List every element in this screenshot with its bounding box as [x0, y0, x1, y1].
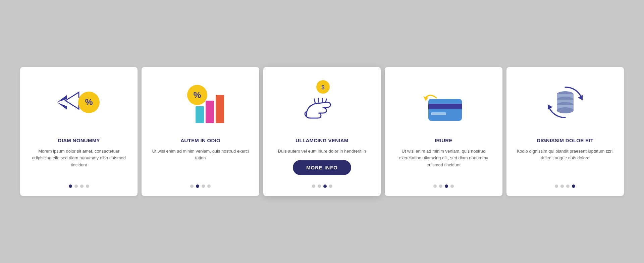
card-3-dots	[312, 185, 332, 188]
svg-rect-8	[206, 101, 214, 123]
dot	[80, 185, 84, 188]
card-2: % AUTEM IN ODIO Ut wisi enim ad minim ve…	[142, 67, 259, 196]
card-2-dots	[190, 185, 211, 188]
dot	[202, 185, 205, 188]
svg-text:%: %	[85, 97, 93, 107]
dot	[433, 185, 437, 188]
svg-rect-7	[196, 106, 204, 123]
dot	[86, 185, 89, 188]
card-icon-4	[418, 77, 469, 131]
card-3-title: ULLAMCING VENIAM	[296, 138, 348, 143]
dot	[560, 185, 564, 188]
dot	[318, 185, 321, 188]
card-1: % DIAM NONUMMY Morem ipsum dolor sit ame…	[20, 67, 138, 196]
dot	[439, 185, 442, 188]
svg-line-14	[318, 98, 319, 103]
svg-marker-20	[423, 96, 428, 101]
cards-container: % DIAM NONUMMY Morem ipsum dolor sit ame…	[20, 67, 624, 196]
dot	[329, 185, 332, 188]
card-icon-3: $	[297, 77, 347, 131]
card-4: IRIURE Ut wisi enim ad minim veniam, qui…	[385, 67, 502, 196]
card-icon-2: %	[175, 77, 226, 131]
dot	[450, 185, 454, 188]
svg-rect-17	[428, 99, 462, 121]
dot	[566, 185, 570, 188]
svg-point-29	[557, 107, 574, 113]
card-1-text: Morem ipsum dolor sit amet, consectetuer…	[28, 148, 129, 178]
card-3-text: Duis autem vel eum iriure dolor in hendr…	[278, 148, 366, 155]
card-5: DIGNISSIM DOLOE EIT Kodio dignissim qui …	[506, 67, 624, 196]
dot	[196, 185, 199, 188]
svg-line-13	[314, 99, 315, 104]
dot	[207, 185, 211, 188]
svg-rect-18	[428, 104, 462, 109]
card-2-text: Ut wisi enim ad minim veniam, quis nostr…	[150, 148, 251, 178]
card-3: $ ULLAMCING VENIAM Duis autem vel eum ir…	[263, 67, 381, 196]
card-5-dots	[555, 185, 575, 188]
card-2-title: AUTEM IN ODIO	[180, 138, 220, 143]
svg-text:$: $	[322, 85, 325, 90]
dot	[69, 185, 72, 188]
dot	[190, 185, 194, 188]
svg-text:%: %	[193, 90, 201, 100]
svg-rect-19	[431, 112, 446, 115]
card-5-title: DIGNISSIM DOLOE EIT	[537, 138, 593, 143]
card-4-text: Ut wisi enim ad minim veniam, quis nostr…	[393, 148, 494, 178]
card-icon-1: %	[55, 77, 102, 131]
card-1-dots	[69, 185, 89, 188]
card-4-title: IRIURE	[435, 138, 452, 143]
svg-marker-1	[57, 95, 67, 110]
card-5-text: Kodio dignissim qui blandit praesent lup…	[515, 148, 616, 178]
dot	[323, 185, 327, 188]
dot	[555, 185, 558, 188]
card-4-dots	[433, 185, 454, 188]
svg-rect-9	[216, 95, 224, 123]
card-1-title: DIAM NONUMMY	[58, 138, 100, 143]
card-icon-5	[542, 77, 589, 131]
more-info-button[interactable]: MORE INFO	[293, 160, 351, 175]
dot	[445, 185, 448, 188]
svg-line-16	[326, 99, 326, 102]
dot	[572, 185, 575, 188]
dot	[74, 185, 78, 188]
dot	[312, 185, 315, 188]
